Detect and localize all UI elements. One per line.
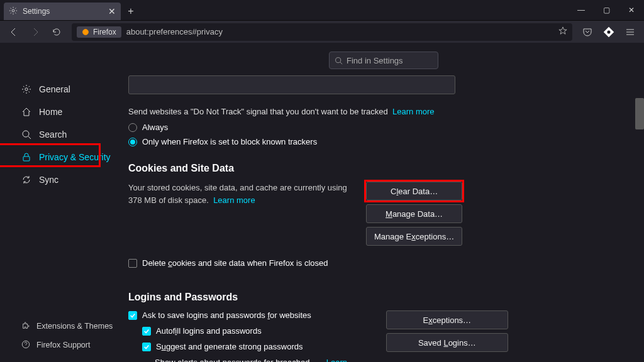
svg-rect-6 — [23, 156, 30, 161]
checkbox-icon — [142, 343, 151, 351]
dnt-radio-always[interactable]: Always — [128, 123, 644, 132]
manage-exceptions-button[interactable]: Manage Exceptions… — [366, 227, 462, 246]
app-menu-button[interactable] — [621, 23, 639, 41]
tab-title: Settings — [23, 7, 50, 16]
ask-save-logins-checkbox[interactable]: Ask to save logins and passwords for web… — [128, 310, 361, 320]
tab-close-icon[interactable]: ✕ — [108, 6, 116, 16]
gear-icon — [9, 6, 18, 17]
forward-button[interactable] — [26, 23, 44, 41]
new-tab-button[interactable]: + — [122, 3, 140, 20]
back-button[interactable] — [5, 23, 23, 41]
suggest-passwords-checkbox[interactable]: Suggest and generate strong passwords — [142, 342, 361, 351]
breach-alerts-checkbox[interactable]: Show alerts about passwords for breached… — [142, 358, 361, 362]
dnt-description: Send websites a "Do Not Track" signal th… — [128, 107, 644, 116]
manage-data-button[interactable]: Manage Data… — [366, 204, 462, 223]
svg-point-5 — [23, 131, 29, 137]
saved-logins-button[interactable]: Saved Logins… — [386, 333, 508, 352]
checkbox-icon — [128, 259, 137, 268]
search-icon — [21, 129, 31, 140]
window-close-button[interactable]: ✕ — [619, 0, 644, 20]
sidebar-extensions-themes[interactable]: Extensions & Themes — [0, 317, 126, 336]
url-text: about:preferences#privacy — [126, 27, 223, 36]
site-logo-icon — [600, 23, 618, 41]
browser-tab[interactable]: Settings ✕ — [4, 3, 121, 20]
logins-exceptions-button[interactable]: Exceptions… — [386, 310, 508, 329]
sidebar-firefox-support[interactable]: Firefox Support — [0, 336, 126, 354]
sidebar-item-search[interactable]: Search — [0, 123, 126, 146]
sidebar-item-general[interactable]: General — [0, 78, 126, 101]
svg-point-1 — [83, 29, 89, 35]
home-icon — [21, 107, 31, 117]
sidebar-item-label: Extensions & Themes — [36, 322, 113, 331]
clear-data-button[interactable]: Clear Data… — [366, 182, 462, 200]
window-maximize-button[interactable]: ▢ — [594, 0, 619, 20]
highlight-annotation — [364, 180, 464, 202]
sidebar-item-label: Sync — [39, 175, 58, 185]
radio-icon — [128, 138, 137, 146]
svg-point-2 — [607, 30, 610, 33]
svg-point-0 — [12, 9, 14, 12]
delete-cookies-checkbox[interactable]: Delete cookies and site data when Firefo… — [128, 258, 644, 268]
sidebar-item-home[interactable]: Home — [0, 101, 126, 123]
sidebar-item-privacy-security[interactable]: Privacy & Security — [0, 146, 126, 168]
sidebar-item-label: Firefox Support — [36, 341, 90, 349]
cookies-learn-more-link[interactable]: Learn more — [213, 195, 255, 205]
sidebar-item-sync[interactable]: Sync — [0, 168, 126, 191]
dnt-learn-more-link[interactable]: Learn more — [392, 107, 434, 116]
choose-trackers-button[interactable]: Choose which trackers and scripts to blo… — [128, 75, 455, 94]
checkbox-icon — [128, 311, 137, 320]
autofill-logins-checkbox[interactable]: Autofill logins and passwords — [142, 326, 361, 336]
firefox-badge: Firefox — [77, 26, 121, 38]
breach-learn-more-link[interactable]: Learn more — [326, 358, 361, 362]
puzzle-icon — [21, 321, 30, 332]
pocket-icon[interactable] — [579, 23, 596, 41]
scrollbar-thumb[interactable] — [635, 98, 644, 129]
sidebar-item-label: Home — [39, 107, 62, 117]
bookmark-star-icon[interactable] — [558, 26, 567, 37]
window-minimize-button[interactable]: — — [569, 0, 594, 20]
gear-icon — [21, 84, 31, 94]
url-bar[interactable]: Firefox about:preferences#privacy — [72, 23, 572, 41]
help-icon — [21, 340, 30, 351]
logins-heading: Logins and Passwords — [128, 292, 644, 303]
svg-point-4 — [25, 88, 28, 90]
checkbox-icon — [142, 327, 151, 336]
sync-icon — [21, 175, 31, 185]
cookies-description: Your stored cookies, site data, and cach… — [128, 182, 361, 246]
reload-button[interactable] — [48, 23, 65, 41]
sidebar-item-label: General — [39, 84, 70, 94]
dnt-radio-only-blocking[interactable]: Only when Firefox is set to block known … — [128, 137, 644, 146]
sidebar-item-label: Search — [39, 129, 67, 140]
radio-icon — [128, 123, 137, 132]
cookies-heading: Cookies and Site Data — [128, 163, 644, 174]
sidebar-item-label: Privacy & Security — [39, 152, 111, 162]
lock-icon — [21, 152, 31, 162]
